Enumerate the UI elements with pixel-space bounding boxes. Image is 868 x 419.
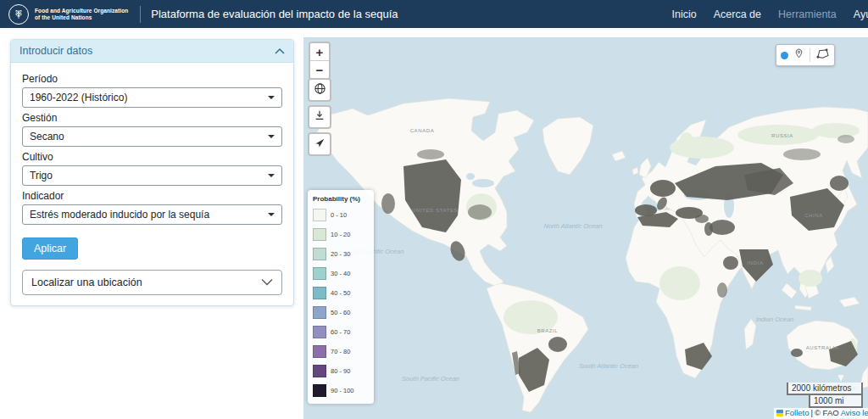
panel-body: Período 1960-2022 (Histórico) Gestión Se…	[11, 63, 293, 305]
legend-item: 90 - 100	[313, 381, 369, 400]
legend-swatch	[313, 326, 326, 338]
country-label: CHINA	[804, 213, 823, 218]
legend-item: 30 - 40	[313, 264, 369, 283]
field-periodo: Período 1960-2022 (Histórico)	[22, 73, 282, 108]
map-container[interactable]: North Pacific Ocean South Pacific Ocean …	[303, 37, 868, 419]
periodo-label: Período	[22, 73, 282, 85]
chevron-up-icon	[275, 45, 285, 57]
legend-item: 70 - 80	[313, 342, 369, 361]
nav-item-herramienta[interactable]: Herramienta	[778, 8, 837, 20]
fao-logo[interactable]: Food and Agriculture Organization of the…	[0, 4, 128, 25]
app-header: Food and Agriculture Organization of the…	[0, 0, 868, 28]
ocean-label: North Atlantic Ocean	[544, 222, 603, 230]
cultivo-select-wrap: Trigo	[22, 165, 282, 186]
periodo-select[interactable]: 1960-2022 (Histórico)	[22, 87, 282, 108]
globe-reset-button[interactable]	[308, 78, 331, 102]
cultivo-label: Cultivo	[22, 151, 282, 163]
download-button[interactable]	[308, 105, 331, 129]
legend-swatch	[313, 248, 326, 260]
locate-location-accordion[interactable]: Localizar una ubicación	[22, 270, 282, 295]
legend-title: Probability (%)	[313, 195, 369, 203]
polygon-icon	[815, 47, 830, 63]
org-name: Food and Agriculture Organization of the…	[35, 8, 128, 21]
world-map[interactable]: North Pacific Ocean South Pacific Ocean …	[303, 37, 868, 419]
legend-item: 60 - 70	[313, 322, 369, 342]
ocean-label: South Atlantic Ocean	[579, 362, 638, 370]
country-label: UNITED STATES	[412, 208, 458, 213]
locate-me-button[interactable]	[308, 132, 331, 156]
legend-item: 40 - 50	[313, 283, 369, 303]
legend-swatch	[313, 384, 326, 397]
country-label: RUSSIA	[771, 133, 793, 138]
field-cultivo: Cultivo Trigo	[22, 151, 282, 186]
fao-emblem-icon	[8, 4, 29, 25]
indicador-select[interactable]: Estrés moderado inducido por la sequía	[22, 204, 282, 225]
locate-label: Localizar una ubicación	[31, 277, 142, 288]
nav-item-ayuda[interactable]: Ayuda	[854, 8, 868, 20]
tool-divider	[810, 48, 810, 62]
legend-swatch	[313, 345, 326, 358]
download-icon	[314, 109, 326, 125]
legend-item: 80 - 90	[313, 361, 369, 381]
country-label: INDIA	[747, 260, 763, 265]
legend-item: 50 - 60	[313, 303, 369, 322]
zoom-control: + −	[309, 42, 331, 80]
legend-item: 20 - 30	[313, 244, 369, 264]
panel-header-introducir-datos[interactable]: Introducir datos	[11, 40, 293, 63]
legend-swatch	[313, 228, 326, 241]
indicador-select-wrap: Estrés moderado inducido por la sequía	[22, 204, 282, 225]
scale-kilometers: 2000 kilómetros	[787, 383, 863, 395]
org-name-line2: of the United Nations	[35, 14, 128, 21]
legend-swatch	[313, 306, 326, 319]
input-panel: Introducir datos Período 1960-2022 (Hist…	[10, 39, 294, 306]
point-select-tool-button[interactable]	[781, 52, 788, 59]
country-label: CANADA	[410, 128, 435, 133]
map-attribution: Folleto | © FAO Aviso legal	[774, 408, 868, 419]
polygon-tool-button[interactable]	[815, 47, 830, 63]
scale-control: 2000 kilómetros 1000 mi	[787, 383, 863, 408]
scale-miles: 1000 mi	[809, 395, 863, 408]
probability-legend: Probability (%) 0 - 10 10 - 20 20 - 30 3…	[308, 190, 374, 404]
legend-item: 10 - 20	[313, 225, 369, 244]
nav-item-inicio[interactable]: Inicio	[672, 8, 697, 20]
panel-title: Introducir datos	[19, 45, 92, 57]
attribution-separator: |	[811, 408, 813, 418]
selection-tools	[776, 44, 835, 66]
legend-swatch	[313, 287, 326, 299]
legend-swatch	[313, 267, 326, 280]
periodo-select-wrap: 1960-2022 (Histórico)	[22, 87, 282, 108]
country-label: BRAZIL	[537, 328, 559, 333]
main-nav: Inicio Acerca de Herramienta Ayuda	[672, 8, 868, 20]
flag-icon	[776, 410, 783, 416]
ocean-label: South Pacific Ocean	[402, 375, 459, 383]
page-title: Plataforma de evaluación del impacto de …	[151, 8, 398, 20]
apply-button[interactable]: Aplicar	[22, 237, 78, 260]
point-marker-icon	[781, 52, 788, 59]
pin-tool-button[interactable]	[793, 47, 804, 63]
zoom-out-button[interactable]: −	[310, 61, 329, 78]
legal-notice-link[interactable]: Aviso legal	[841, 408, 868, 418]
leaflet-link[interactable]: Folleto	[785, 408, 810, 418]
nav-item-acerca-de[interactable]: Acerca de	[714, 8, 761, 20]
org-name-line1: Food and Agriculture Organization	[35, 8, 128, 14]
chevron-down-icon	[261, 277, 273, 288]
indicador-label: Indicador	[22, 190, 282, 202]
country-label: AUSTRALIA	[806, 345, 839, 350]
attribution-copyright: © FAO	[815, 408, 839, 418]
gestion-select-wrap: Secano	[22, 126, 282, 147]
field-gestion: Gestión Secano	[22, 112, 282, 147]
gestion-label: Gestión	[22, 112, 282, 124]
field-indicador: Indicador Estrés moderado inducido por l…	[22, 190, 282, 225]
map-pin-icon	[793, 47, 804, 63]
cultivo-select[interactable]: Trigo	[22, 165, 282, 186]
gestion-select[interactable]: Secano	[22, 126, 282, 147]
header-divider	[140, 6, 141, 23]
ocean-label: Indian Ocean	[756, 316, 794, 323]
globe-icon	[314, 82, 326, 98]
navigation-arrow-icon	[314, 137, 326, 152]
zoom-in-button[interactable]: +	[310, 43, 329, 61]
legend-swatch	[313, 209, 326, 221]
legend-item: 0 - 10	[313, 205, 369, 225]
legend-swatch	[313, 365, 326, 377]
